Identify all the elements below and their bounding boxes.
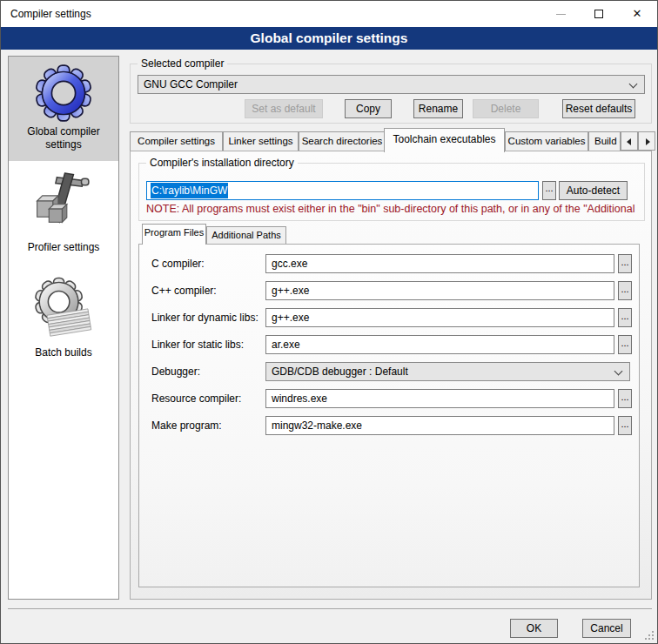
sidebar-item-label: Batch builds	[9, 346, 118, 359]
chevron-down-icon	[629, 80, 638, 89]
compiler-settings-dialog: Compiler settings ✕ Global compiler sett…	[0, 0, 658, 644]
sidebar-item-batch-builds[interactable]: Batch builds	[9, 263, 118, 367]
delete-button[interactable]: Delete	[473, 99, 539, 118]
debugger-select-value: GDB/CDB debugger : Default	[272, 363, 408, 380]
field-value: g++.exe	[272, 309, 309, 326]
window-title: Compiler settings	[10, 1, 91, 27]
field-value: ar.exe	[272, 336, 300, 353]
static-linker-input[interactable]: ar.exe	[265, 335, 614, 354]
compiler-select[interactable]: GNU GCC Compiler	[138, 75, 645, 94]
field-label: Debugger:	[151, 362, 200, 381]
reset-defaults-button[interactable]: Reset defaults	[562, 99, 635, 118]
minimize-button[interactable]	[541, 1, 580, 27]
blue-gear-icon	[34, 64, 93, 123]
resize-grip[interactable]	[645, 631, 654, 640]
sidebar-item-label: Profiler settings	[9, 241, 118, 254]
installation-directory-group-label: Compiler's installation directory	[146, 157, 298, 169]
field-value: g++.exe	[272, 282, 309, 299]
field-label: C compiler:	[151, 254, 205, 273]
field-label: C++ compiler:	[151, 281, 217, 300]
chevron-down-icon	[614, 367, 623, 376]
arrow-right-icon	[646, 138, 650, 145]
installation-directory-value: C:\raylib\MinGW	[151, 183, 228, 198]
field-value: gcc.exe	[272, 255, 307, 272]
tab-scroll-right-button[interactable]	[638, 131, 655, 151]
field-value: mingw32-make.exe	[272, 417, 362, 434]
dialog-banner: Global compiler settings	[1, 27, 657, 50]
tab-linker-settings[interactable]: Linker settings	[223, 131, 299, 151]
cancel-button[interactable]: Cancel	[582, 619, 631, 638]
sidebar-item-label: Global compiler settings	[9, 125, 118, 151]
make-program-input[interactable]: mingw32-make.exe	[265, 416, 614, 435]
debugger-select[interactable]: GDB/CDB debugger : Default	[265, 362, 630, 381]
subtab-additional-paths[interactable]: Additional Paths	[206, 226, 286, 244]
field-value: windres.exe	[272, 390, 327, 407]
dynamic-linker-input[interactable]: g++.exe	[265, 308, 614, 327]
resource-compiler-input[interactable]: windres.exe	[265, 389, 614, 408]
close-icon: ✕	[633, 7, 642, 20]
static-linker-browse-button[interactable]: ...	[618, 335, 632, 354]
field-label: Make program:	[151, 416, 222, 435]
dynamic-linker-browse-button[interactable]: ...	[618, 308, 632, 327]
tab-toolchain-executables[interactable]: Toolchain executables	[384, 128, 505, 152]
tab-scroll-left-button[interactable]	[621, 131, 638, 151]
field-label: Resource compiler:	[151, 389, 241, 408]
footer-divider	[8, 608, 652, 609]
titlebar: Compiler settings ✕	[1, 1, 657, 27]
sidebar-item-global-compiler-settings[interactable]: Global compiler settings	[9, 57, 118, 161]
copy-button[interactable]: Copy	[345, 99, 392, 118]
resource-compiler-browse-button[interactable]: ...	[618, 389, 632, 408]
banner-title: Global compiler settings	[1, 27, 657, 49]
program-files-panel: C compiler: gcc.exe ... C++ compiler: g+…	[138, 244, 640, 587]
caliper-icon	[30, 168, 97, 234]
maximize-icon	[594, 10, 603, 18]
ok-button[interactable]: OK	[510, 619, 558, 638]
arrow-left-icon	[627, 138, 631, 145]
rename-button[interactable]: Rename	[413, 99, 463, 118]
batch-builds-icon	[32, 277, 95, 339]
field-label: Linker for dynamic libs:	[151, 308, 258, 327]
compiler-select-value: GNU GCC Compiler	[144, 76, 238, 93]
make-program-browse-button[interactable]: ...	[618, 416, 632, 435]
field-label: Linker for static libs:	[151, 335, 244, 354]
tab-search-directories[interactable]: Search directories	[299, 131, 386, 151]
auto-detect-button[interactable]: Auto-detect	[559, 181, 628, 200]
maximize-button[interactable]	[580, 1, 618, 27]
installation-directory-input[interactable]: C:\raylib\MinGW	[146, 181, 539, 200]
settings-sidebar: Global compiler settings Profiler settin…	[8, 56, 119, 600]
c-compiler-input[interactable]: gcc.exe	[265, 254, 614, 273]
toolchain-executables-panel: Compiler's installation directory C:\ray…	[130, 151, 652, 600]
browse-directory-button[interactable]: ...	[542, 181, 556, 200]
note-text: NOTE: All programs must exist either in …	[146, 203, 643, 215]
c-compiler-browse-button[interactable]: ...	[618, 254, 632, 273]
tab-compiler-settings[interactable]: Compiler settings	[130, 131, 223, 151]
cpp-compiler-input[interactable]: g++.exe	[265, 281, 614, 300]
sidebar-item-profiler-settings[interactable]: Profiler settings	[9, 161, 118, 263]
tab-custom-variables[interactable]: Custom variables	[505, 131, 588, 151]
minimize-icon	[556, 14, 566, 15]
close-button[interactable]: ✕	[618, 1, 656, 27]
selected-compiler-group-label: Selected compiler	[138, 57, 227, 70]
cpp-compiler-browse-button[interactable]: ...	[618, 281, 632, 300]
set-as-default-button[interactable]: Set as default	[245, 99, 323, 118]
subtab-program-files[interactable]: Program Files	[142, 224, 206, 245]
tab-build-options[interactable]: Build options	[588, 131, 621, 151]
